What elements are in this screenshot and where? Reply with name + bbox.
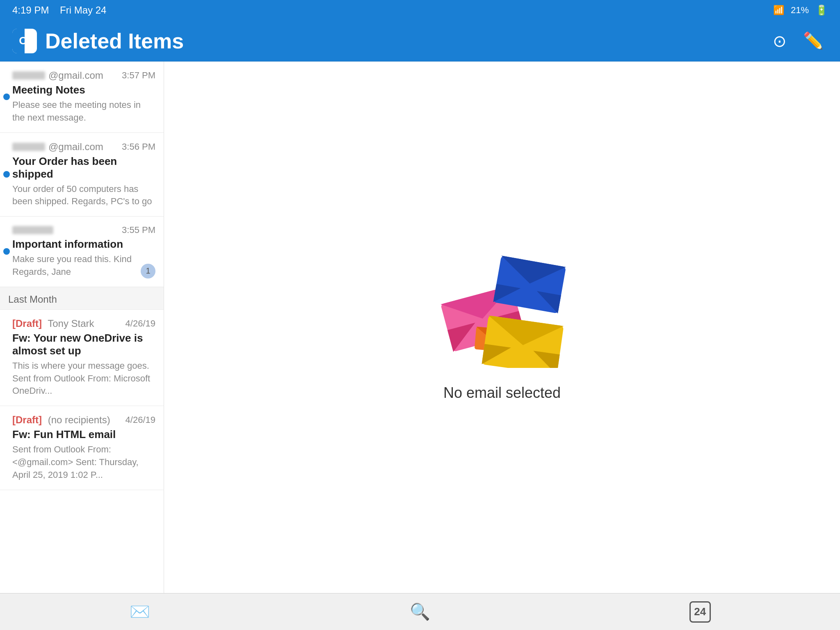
main-layout: @gmail.com 3:57 PM Meeting Notes Please … [0, 62, 840, 593]
email-sender [12, 226, 53, 234]
email-subject: Meeting Notes [12, 84, 155, 96]
email-time: 3:56 PM [122, 142, 155, 152]
email-time: 4/26/19 [126, 318, 155, 329]
email-detail-panel: No email selected [164, 62, 840, 593]
tab-calendar[interactable]: 24 [560, 593, 840, 630]
status-date: Fri May 24 [60, 5, 106, 16]
compose-icon[interactable]: ✏️ [799, 27, 828, 55]
status-bar: 4:19 PM Fri May 24 📶 21% 🔋 [0, 0, 840, 21]
email-preview: Sent from Outlook From: <@gmail.com> Sen… [12, 443, 155, 481]
calendar-icon: 24 [689, 601, 711, 623]
email-item[interactable]: [Draft] (no recipients) 4/26/19 Fw: Fun … [0, 406, 164, 490]
calendar-day: 24 [694, 605, 706, 618]
draft-tag: [Draft] [12, 414, 42, 426]
unread-indicator [3, 171, 10, 178]
app-header: Oi Deleted Items ⊙ ✏️ [0, 21, 840, 62]
unread-indicator [3, 94, 10, 100]
email-badge: 1 [141, 264, 155, 278]
email-subject: Important information [12, 238, 155, 251]
email-preview: This is where your message goes. Sent fr… [12, 360, 155, 397]
email-time: 3:55 PM [122, 225, 155, 235]
email-header-row: [Draft] (no recipients) 4/26/19 [12, 414, 155, 426]
email-subject: Fw: Fun HTML email [12, 428, 155, 441]
battery-indicator: 21% [791, 5, 809, 16]
section-header-last-month: Last Month [0, 287, 164, 310]
email-item[interactable]: [Draft] Tony Stark 4/26/19 Fw: Your new … [0, 310, 164, 406]
mail-icon: ✉️ [130, 602, 150, 621]
sender-domain: @gmail.com [48, 141, 103, 153]
email-sender: [Draft] (no recipients) [12, 414, 110, 426]
email-header-row: 3:55 PM [12, 225, 155, 235]
email-time: 4/26/19 [126, 415, 155, 425]
unread-indicator [3, 248, 10, 255]
envelope-illustration [436, 253, 568, 368]
email-item[interactable]: @gmail.com 3:56 PM Your Order has been s… [0, 133, 164, 217]
tab-bar: ✉️ 🔍 24 [0, 593, 840, 630]
no-email-text: No email selected [443, 384, 561, 402]
sender-blur [12, 71, 45, 80]
page-title: Deleted Items [45, 29, 760, 53]
draft-tag: [Draft] [12, 318, 42, 329]
email-subject: Your Order has been shipped [12, 155, 155, 180]
status-time: 4:19 PM [12, 5, 49, 16]
search-icon: 🔍 [410, 602, 430, 621]
email-preview: Make sure you read this. Kind Regards, J… [12, 253, 155, 278]
email-item[interactable]: 3:55 PM Important information Make sure … [0, 217, 164, 287]
email-header-row: [Draft] Tony Stark 4/26/19 [12, 318, 155, 329]
status-time-date: 4:19 PM Fri May 24 [12, 5, 106, 16]
tab-search[interactable]: 🔍 [280, 593, 560, 630]
email-sender: @gmail.com [12, 70, 103, 81]
email-item[interactable]: @gmail.com 3:57 PM Meeting Notes Please … [0, 62, 164, 133]
email-preview: Please see the meeting notes in the next… [12, 99, 155, 124]
filter-icon[interactable]: ⊙ [769, 27, 791, 55]
wifi-icon: 📶 [773, 5, 784, 16]
email-time: 3:57 PM [122, 70, 155, 81]
sender-domain: @gmail.com [48, 70, 103, 81]
battery-icon: 🔋 [815, 5, 828, 16]
tab-mail[interactable]: ✉️ [0, 593, 280, 630]
status-right-icons: 📶 21% 🔋 [773, 5, 828, 16]
email-header-row: @gmail.com 3:57 PM [12, 70, 155, 81]
app-logo: Oi [12, 29, 37, 53]
logo-text: Oi [19, 34, 30, 47]
email-subject: Fw: Your new OneDrive is almost set up [12, 332, 155, 357]
email-preview: Your order of 50 computers has been ship… [12, 183, 155, 208]
email-list-panel: @gmail.com 3:57 PM Meeting Notes Please … [0, 62, 164, 593]
email-sender: @gmail.com [12, 141, 103, 153]
email-sender: [Draft] Tony Stark [12, 318, 94, 329]
sender-blur [12, 143, 45, 151]
sender-blur [12, 226, 53, 234]
email-header-row: @gmail.com 3:56 PM [12, 141, 155, 153]
